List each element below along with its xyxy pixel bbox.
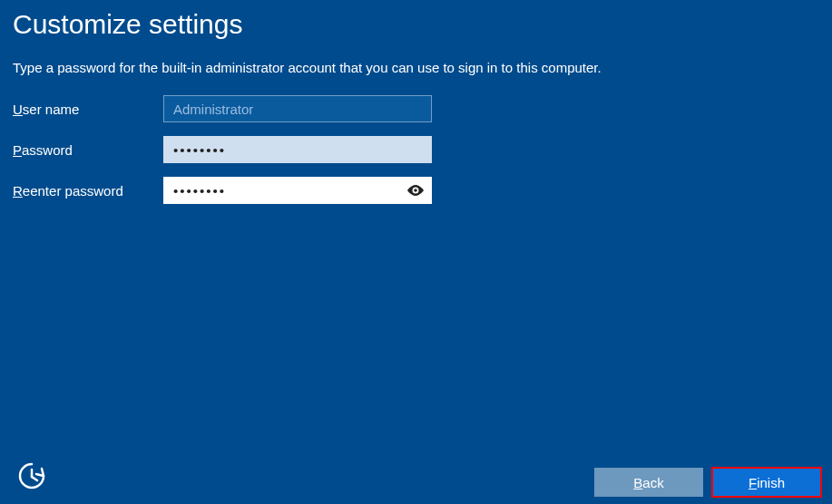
back-button[interactable]: Back	[594, 468, 703, 497]
row-password: Password	[13, 136, 832, 163]
svg-point-0	[414, 189, 417, 192]
finish-button-accesskey: F	[749, 475, 757, 490]
ease-of-access-icon[interactable]	[16, 460, 47, 495]
reenter-password-input[interactable]	[163, 177, 432, 204]
username-input	[163, 95, 432, 122]
page-title: Customize settings	[13, 9, 832, 40]
label-password-rest: assword	[22, 142, 73, 158]
label-reenter: Reenter password	[13, 183, 163, 199]
back-button-rest: ack	[642, 475, 663, 490]
label-password-accesskey: P	[13, 142, 22, 158]
page-subtitle: Type a password for the built-in adminis…	[13, 60, 832, 75]
row-reenter: Reenter password	[13, 177, 832, 204]
footer-buttons: Back Finish	[594, 468, 821, 497]
settings-form: User name Password Reenter password	[13, 95, 832, 204]
row-username: User name	[13, 95, 832, 122]
password-input[interactable]	[163, 136, 432, 163]
back-button-accesskey: B	[633, 475, 642, 490]
svg-line-2	[32, 477, 37, 480]
reveal-password-icon[interactable]	[406, 181, 425, 199]
label-username-rest: ser name	[23, 102, 80, 117]
finish-button-rest: inish	[757, 475, 785, 490]
label-username-accesskey: U	[13, 102, 23, 117]
label-reenter-rest: eenter password	[23, 183, 123, 199]
label-reenter-accesskey: R	[13, 183, 23, 199]
finish-button[interactable]: Finish	[712, 468, 821, 497]
label-password: Password	[13, 142, 163, 158]
label-username: User name	[13, 102, 163, 117]
